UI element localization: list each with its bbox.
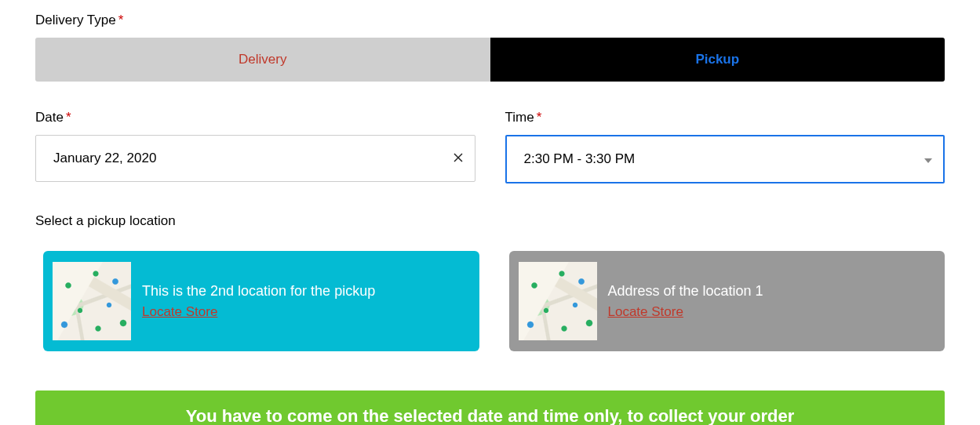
pickup-location-card-1[interactable]: This is the 2nd location for the pickup … bbox=[43, 251, 479, 351]
pickup-tab[interactable]: Pickup bbox=[490, 38, 945, 82]
locate-store-link[interactable]: Locate Store bbox=[608, 304, 763, 320]
map-thumb-icon bbox=[53, 262, 131, 340]
clear-date-icon[interactable] bbox=[454, 151, 463, 165]
required-asterisk: * bbox=[66, 110, 71, 125]
map-thumb-icon bbox=[519, 262, 597, 340]
notice-banner: You have to come on the selected date an… bbox=[35, 390, 945, 425]
delivery-type-toggle: Delivery Pickup bbox=[35, 38, 945, 82]
time-select[interactable]: 2:30 PM - 3:30 PM bbox=[505, 135, 945, 183]
pickup-location-heading: Select a pickup location bbox=[35, 213, 945, 229]
required-asterisk: * bbox=[118, 13, 124, 27]
required-asterisk: * bbox=[537, 110, 542, 125]
location-title: Address of the location 1 bbox=[608, 283, 763, 300]
date-input[interactable] bbox=[35, 135, 475, 182]
pickup-location-card-2[interactable]: Address of the location 1 Locate Store bbox=[509, 251, 945, 351]
delivery-tab[interactable]: Delivery bbox=[35, 38, 490, 82]
delivery-type-label: Delivery Type* bbox=[35, 13, 945, 28]
time-column: Time* 2:30 PM - 3:30 PM bbox=[505, 110, 945, 183]
time-label: Time* bbox=[505, 110, 945, 125]
date-label: Date* bbox=[35, 110, 475, 125]
locate-store-link[interactable]: Locate Store bbox=[142, 304, 375, 320]
location-title: This is the 2nd location for the pickup bbox=[142, 283, 375, 300]
date-column: Date* bbox=[35, 110, 475, 183]
